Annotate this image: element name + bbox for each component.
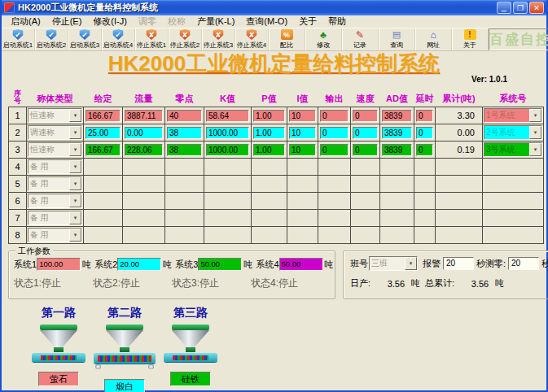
scale-type-select[interactable]: 恒速称▾ <box>28 142 82 157</box>
toolbar-button-启动系统2[interactable]: ✔启动系统2 <box>35 28 68 50</box>
hopper-neck-icon <box>120 347 129 352</box>
value-input[interactable]: 3839 <box>382 127 412 139</box>
value-input[interactable]: 0 <box>416 127 433 139</box>
toolbar-button-记录[interactable]: ✎记录 <box>342 28 379 50</box>
system-target-input[interactable]: 100.00 <box>37 258 81 271</box>
menu-item-帮助[interactable]: 帮助 <box>322 15 352 28</box>
scale-type-select-value: 备 用 <box>28 212 69 224</box>
window-controls: ＿ ❐ ✕ <box>497 2 544 14</box>
value-input[interactable]: 0.00 <box>125 127 163 139</box>
value-input[interactable]: 38 <box>167 144 202 156</box>
scale-type-select-value: 恒速称 <box>28 110 69 121</box>
chevron-down-icon: ▾ <box>69 211 81 224</box>
scale-type-select[interactable]: 备 用▾ <box>28 159 82 174</box>
menu-item-查询(M-O)[interactable]: 查询(M-O) <box>240 15 293 28</box>
value-input[interactable]: 166.67 <box>85 110 121 122</box>
value-input[interactable]: 0 <box>416 144 433 156</box>
value-input[interactable]: 10 <box>289 144 316 156</box>
toolbar-button-label: 网址 <box>427 41 440 50</box>
value-input[interactable]: 0 <box>353 127 378 139</box>
value-cell: 0 <box>351 124 380 142</box>
value-input[interactable]: 38 <box>167 127 202 139</box>
scale-type-select[interactable]: 恒速称▾ <box>28 108 82 123</box>
toolbar-button-查询[interactable]: ▤查询 <box>379 28 415 50</box>
close-button[interactable]: ✕ <box>529 2 544 14</box>
toolbar-button-网址[interactable]: ⌂网址 <box>415 28 452 50</box>
toolbar-button-停止系统1[interactable]: ✘停止系统1 <box>135 28 169 50</box>
menu-item-启动(A)[interactable]: 启动(A) <box>5 15 46 28</box>
toolbar-button-配比[interactable]: %配比 <box>269 28 305 50</box>
value-cell: 0 <box>414 142 436 159</box>
menu-item-修改(I-J)[interactable]: 修改(I-J) <box>87 15 133 28</box>
value-input[interactable]: 10 <box>289 127 316 139</box>
ratio-icon: % <box>281 29 293 40</box>
value-input[interactable]: 3887.11 <box>125 110 163 122</box>
toolbar-button-启动系统4[interactable]: ✔启动系统4 <box>102 28 135 50</box>
value-input[interactable]: 1.00 <box>253 110 285 122</box>
system-target-input[interactable]: 50.00 <box>198 258 242 271</box>
system-target-input[interactable]: 50.00 <box>279 258 323 271</box>
column-header-I值: I值 <box>287 85 318 107</box>
chevron-down-icon: ▾ <box>69 126 81 139</box>
value-input[interactable]: 3839 <box>382 110 412 122</box>
value-input[interactable]: 166.67 <box>85 144 121 156</box>
value-input[interactable]: 3839 <box>382 144 412 156</box>
value-input[interactable]: 228.06 <box>125 144 163 156</box>
daily-output-value: 3.56 <box>370 279 405 289</box>
value-cell <box>84 227 123 244</box>
value-cell: 38 <box>165 142 204 159</box>
shift-panel: 班号 三班 ▾ 报警 20 秒测零: 20 秒 日产: 3.56 吨 总累计: … <box>343 250 548 299</box>
value-input[interactable]: 0 <box>353 144 378 156</box>
total-tons <box>436 193 483 210</box>
toolbar-button-关于[interactable]: !关于 <box>452 28 489 50</box>
value-input[interactable]: 1.00 <box>253 127 285 139</box>
value-input[interactable]: 1.00 <box>253 144 285 156</box>
value-input[interactable]: 0 <box>320 127 349 139</box>
value-input[interactable]: 58.64 <box>206 110 249 122</box>
scale-type-select[interactable]: 备 用▾ <box>28 211 82 225</box>
toolbar-button-label: 停止系统1 <box>137 41 166 50</box>
system-select[interactable]: 3号系统▾ <box>484 142 542 157</box>
system-select[interactable]: 2号系统▾ <box>484 125 542 140</box>
toolbar-button-停止系统4[interactable]: ✘停止系统4 <box>235 28 269 50</box>
value-input[interactable]: 0 <box>416 110 433 122</box>
system-select[interactable]: 1号系统▾ <box>484 108 542 123</box>
shield-x-icon: ✘ <box>213 29 225 40</box>
value-input[interactable]: 1000.00 <box>206 127 249 139</box>
toolbar-button-停止系统2[interactable]: ✘停止系统2 <box>169 28 202 50</box>
value-input[interactable]: 1000.00 <box>206 144 249 156</box>
toolbar-button-启动系统3[interactable]: ✔启动系统3 <box>68 28 102 50</box>
value-cell <box>165 227 204 244</box>
about-warning-icon: ! <box>464 29 476 40</box>
zero-test-input[interactable]: 20 <box>508 257 539 270</box>
menu-item-停止(E)[interactable]: 停止(E) <box>46 15 88 28</box>
value-input[interactable]: 40 <box>167 110 202 122</box>
value-input[interactable]: 0 <box>353 110 378 122</box>
shift-select[interactable]: 三班 ▾ <box>369 256 418 271</box>
toolbar-button-修改[interactable]: ♣修改 <box>305 28 342 50</box>
toolbar-button-启动系统1[interactable]: ✔启动系统1 <box>2 28 35 50</box>
value-cell: 10 <box>287 124 318 142</box>
value-input[interactable]: 0 <box>320 110 349 122</box>
material-label-煅白: 煅白 <box>104 379 145 392</box>
scale-type-select[interactable]: 备 用▾ <box>28 194 82 208</box>
table-row: 8备 用▾ <box>9 227 544 244</box>
value-input[interactable]: 0 <box>320 144 349 156</box>
scale-type-select[interactable]: 调速称▾ <box>28 125 82 140</box>
value-input[interactable]: 25.00 <box>85 127 121 139</box>
menu-item-关于[interactable]: 关于 <box>293 15 322 28</box>
toolbar-button-停止系统3[interactable]: ✘停止系统3 <box>202 28 235 50</box>
shift-label: 班号 <box>350 258 368 270</box>
restore-button[interactable]: ❐ <box>513 2 528 14</box>
shield-check-icon: ✔ <box>79 29 91 40</box>
system-statuses: 状态1:停止状态2:停止状态3:停止状态4:停止 <box>14 277 331 290</box>
menu-item-产量(K-L)[interactable]: 产量(K-L) <box>191 15 240 28</box>
value-input[interactable]: 10 <box>289 110 316 122</box>
scale-type-select[interactable]: 备 用▾ <box>28 228 82 242</box>
system-target-input[interactable]: 20.00 <box>117 258 161 271</box>
scale-type-select[interactable]: 备 用▾ <box>28 176 82 191</box>
alarm-seconds-input[interactable]: 20 <box>443 257 474 270</box>
minimize-button[interactable]: ＿ <box>497 2 511 14</box>
seconds-unit: 秒 <box>541 258 548 270</box>
value-cell <box>414 210 436 227</box>
